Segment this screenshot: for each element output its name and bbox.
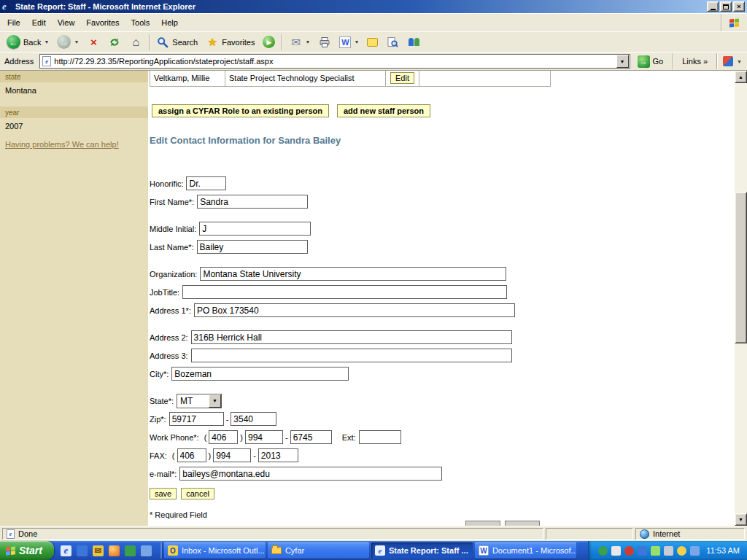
start-label: Start [19, 545, 42, 556]
help-link[interactable]: Having problems? We can help! [5, 140, 119, 149]
work-line-field[interactable] [290, 430, 332, 444]
city-field[interactable] [171, 367, 349, 381]
history-button[interactable]: ▶ [259, 34, 279, 51]
last-name-field[interactable] [197, 240, 308, 254]
stop-icon: × [87, 36, 100, 49]
cancel-button[interactable]: cancel [181, 488, 214, 499]
first-name-field[interactable] [197, 195, 308, 209]
favorites-label: Favorites [222, 38, 255, 47]
address3-field[interactable] [191, 349, 512, 362]
edit-dropdown-icon[interactable]: ▼ [354, 39, 359, 44]
minimize-button[interactable] [707, 1, 719, 12]
save-button[interactable]: save [150, 488, 177, 499]
zip-field[interactable] [169, 412, 224, 426]
task-button-cyfar-folder[interactable]: Cyfar [268, 542, 369, 559]
honorific-field[interactable] [186, 176, 226, 190]
add-new-staff-button[interactable]: add new staff person [337, 104, 430, 117]
messenger-button[interactable] [403, 34, 424, 51]
favorites-button[interactable]: ★ Favorites [202, 34, 258, 51]
task-button-word-document[interactable]: W Document1 - Microsof... [475, 542, 576, 559]
organization-field[interactable] [200, 267, 506, 281]
window-title: State Report: Staff - Microsoft Internet… [15, 2, 196, 11]
quick-launch-mail-icon[interactable]: ✉ [93, 545, 104, 556]
fax-prefix-field[interactable] [213, 448, 251, 462]
edit-with-word-button[interactable]: W ▼ [336, 34, 363, 51]
address-dropdown-button[interactable]: ▼ [616, 55, 629, 68]
middle-initial-field[interactable] [199, 222, 311, 236]
tray-icon-shield[interactable] [598, 546, 608, 556]
mail-dropdown-icon[interactable]: ▼ [305, 39, 310, 44]
edit-staff-button[interactable]: Edit [390, 72, 414, 84]
tray-icon-app4[interactable] [677, 546, 686, 556]
stop-button[interactable]: × [83, 34, 104, 51]
task-button-state-report[interactable]: e State Report: Staff ... [371, 542, 473, 559]
back-button[interactable]: ← Back ▼ [3, 34, 53, 51]
quick-launch: e ✉ [54, 545, 158, 556]
tray-icon-display[interactable] [690, 546, 700, 556]
ie-window-icon: e [2, 1, 12, 12]
quick-launch-media-icon[interactable] [109, 545, 120, 556]
ext-field[interactable] [359, 430, 401, 444]
print-button[interactable] [314, 34, 335, 51]
tray-icon-network[interactable] [638, 546, 647, 556]
toolbar-extension-icon[interactable] [723, 56, 733, 66]
address-field[interactable]: e http://72.29.23.35/ReportingApplicatio… [39, 54, 630, 69]
state-select-value: MT [177, 396, 209, 406]
close-button[interactable]: × [733, 1, 745, 12]
extension-dropdown-icon[interactable]: ▼ [737, 59, 742, 64]
job-title-field[interactable] [182, 285, 507, 299]
state-select[interactable]: MT ▼ [177, 394, 222, 408]
address-url[interactable]: http://72.29.23.35/ReportingApplication/… [54, 57, 273, 66]
refresh-button[interactable] [104, 34, 125, 51]
links-button[interactable]: Links » [679, 57, 711, 66]
forward-button[interactable]: → ▼ [53, 34, 82, 51]
address1-label: Address 1*: [150, 306, 191, 315]
home-button[interactable]: ⌂ [125, 34, 146, 51]
address2-field[interactable] [191, 330, 512, 344]
menu-view[interactable]: View [52, 15, 81, 30]
research-button[interactable] [382, 34, 403, 51]
tray-icon-app1[interactable] [611, 546, 621, 556]
discuss-button[interactable] [363, 34, 382, 51]
assign-cyfar-role-button[interactable]: assign a CYFAR Role to an existing perso… [152, 104, 329, 117]
state-select-button[interactable]: ▼ [209, 394, 221, 408]
tray-icon-volume[interactable] [664, 546, 673, 556]
middle-initial-label: Middle Initial: [150, 225, 196, 233]
go-button[interactable]: → Go [634, 54, 667, 69]
tray-icon-app2[interactable] [624, 546, 634, 556]
browser-window: e State Report: Staff - Microsoft Intern… [0, 0, 747, 560]
menu-favorites[interactable]: Favorites [80, 15, 125, 30]
scroll-down-button[interactable]: ▼ [735, 513, 747, 526]
taskbar-clock[interactable]: 11:53 AM [703, 546, 740, 555]
fax-area-field[interactable] [177, 448, 206, 462]
work-prefix-field[interactable] [245, 430, 283, 444]
maximize-button[interactable] [720, 1, 732, 12]
required-field-note: * Required Field [150, 510, 515, 519]
menu-edit[interactable]: Edit [26, 15, 52, 30]
email-field[interactable] [179, 467, 442, 481]
back-dropdown-icon[interactable]: ▼ [44, 39, 49, 44]
email-label: e-mail*: [150, 470, 177, 478]
zip-plus4-field[interactable] [231, 412, 276, 426]
tray-icon-app3[interactable] [651, 546, 660, 556]
menu-help[interactable]: Help [155, 15, 184, 30]
quick-launch-desktop-icon[interactable] [77, 545, 88, 556]
mail-button[interactable]: ✉ ▼ [285, 34, 314, 51]
task-button-outlook[interactable]: O Inbox - Microsoft Outl... [164, 542, 266, 559]
menu-file[interactable]: File [1, 15, 26, 30]
quick-launch-app-icon[interactable] [125, 545, 136, 556]
forward-dropdown-icon[interactable]: ▼ [74, 39, 79, 44]
sidebar-header-state: state [0, 71, 148, 82]
scrollbar-thumb[interactable] [735, 192, 747, 343]
scroll-up-button[interactable]: ▲ [735, 71, 747, 83]
start-button[interactable]: Start [0, 541, 54, 560]
quick-launch-folder-icon[interactable] [141, 545, 152, 556]
vertical-scrollbar[interactable]: ▲ ▼ [735, 71, 747, 526]
word-icon: W [339, 36, 351, 48]
work-area-field[interactable] [209, 430, 238, 444]
menu-tools[interactable]: Tools [125, 15, 156, 30]
fax-line-field[interactable] [258, 448, 298, 462]
address1-field[interactable] [194, 303, 515, 317]
search-button[interactable]: Search [152, 34, 201, 51]
quick-launch-ie-icon[interactable]: e [61, 545, 71, 556]
